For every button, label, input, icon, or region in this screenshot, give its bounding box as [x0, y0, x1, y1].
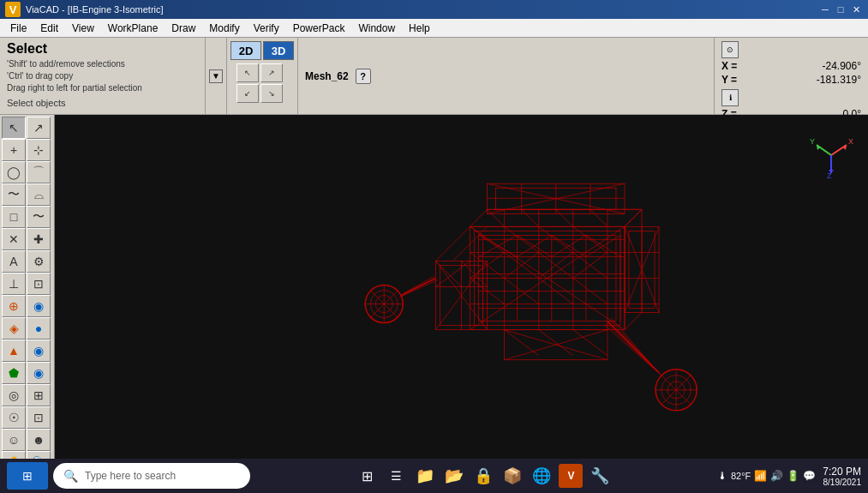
menu-edit[interactable]: Edit [33, 21, 65, 36]
taskbar-icon-edge[interactable]: 🌐 [530, 464, 554, 488]
axis-indicator: X Y Z [808, 132, 851, 175]
tool-sphere[interactable]: ● [27, 317, 51, 340]
app-logo: V [5, 2, 21, 17]
taskbar-clock[interactable]: 7:20 PM 8/19/2021 [823, 466, 861, 487]
search-bar[interactable]: 🔍 Type here to search [53, 463, 250, 489]
mode-2d-button[interactable]: 2D [230, 41, 261, 60]
taskbar-icon-app[interactable]: 🔧 [588, 464, 612, 488]
tool-polyline[interactable]: 〜 [27, 206, 51, 228]
tool-curve[interactable]: 〜 [2, 183, 26, 206]
tool-3dobj[interactable]: ◉ [27, 340, 51, 362]
svg-line-112 [831, 145, 847, 155]
tool-render[interactable]: ☻ [27, 429, 51, 451]
tool-arc[interactable]: ⌒ [27, 161, 51, 183]
taskbar-icon-taskview[interactable]: ☰ [384, 464, 408, 488]
menu-bar: File Edit View WorkPlane Draw Modify Ver… [0, 19, 868, 38]
restore-button[interactable]: □ [834, 3, 847, 16]
tool-perp[interactable]: ⊥ [2, 273, 26, 295]
coord-settings-icon[interactable]: ⊙ [721, 41, 739, 58]
taskbar-icon-windows[interactable]: ⊞ [355, 464, 379, 488]
instruction-line1: 'Shift' to add/remove selections [7, 58, 198, 70]
filter-area: ▼ [206, 38, 227, 114]
taskbar: ⊞ 🔍 Type here to search ⊞ ☰ 📁 📂 🔒 📦 🌐 V … [0, 459, 868, 493]
mode-3d-button[interactable]: 3D [263, 41, 294, 60]
instruction-line2: 'Ctrl' to drag copy [7, 70, 198, 82]
tool-hex[interactable]: ⬟ [2, 362, 26, 384]
minimize-button[interactable]: ─ [818, 3, 832, 16]
taskbar-icon-explorer[interactable]: 📁 [413, 464, 437, 488]
svg-text:X: X [848, 137, 853, 146]
tool-array[interactable]: ⊞ [27, 384, 51, 406]
taskbar-icon-folder2[interactable]: 📂 [442, 464, 466, 488]
tool-dimension[interactable]: ⚙ [27, 250, 51, 273]
svg-text:Z: Z [827, 171, 832, 179]
menu-file[interactable]: File [3, 21, 33, 36]
menu-help[interactable]: Help [402, 21, 437, 36]
tool-point[interactable]: + [2, 139, 26, 161]
menu-workplane[interactable]: WorkPlane [101, 21, 165, 36]
svg-line-36 [522, 209, 539, 226]
filter-icon[interactable]: ▼ [209, 69, 223, 83]
close-button[interactable]: ✕ [849, 3, 863, 16]
coord-y-label: Y = [721, 74, 737, 86]
coord-info-icon[interactable]: ℹ [721, 89, 739, 106]
search-placeholder: Type here to search [85, 470, 176, 482]
main-content: ↖ ↗ + ⊹ ◯ ⌒ 〜 ⌓ □ 〜 ✕ ✚ [0, 115, 868, 459]
left-toolbar: ↖ ↗ + ⊹ ◯ ⌒ 〜 ⌓ □ 〜 ✕ ✚ [0, 115, 55, 459]
start-button[interactable]: ⊞ [7, 462, 48, 490]
tool-select-arrow[interactable]: ↖ [2, 117, 26, 139]
tool-circle2[interactable]: ◎ [2, 384, 26, 406]
tool-rect[interactable]: □ [2, 206, 26, 228]
tool-measure[interactable]: ☉ [2, 406, 26, 429]
svg-line-115 [817, 145, 831, 155]
search-icon: 🔍 [63, 469, 78, 483]
tool-text[interactable]: A [2, 250, 26, 273]
tool-info[interactable]: ⊡ [27, 406, 51, 429]
menu-verify[interactable]: Verify [247, 21, 286, 36]
weather-temp: 82°F [731, 471, 751, 481]
mini-tool-4[interactable]: ↘ [260, 84, 283, 103]
svg-line-49 [403, 276, 434, 293]
svg-text:Y: Y [810, 137, 815, 146]
mini-tool-1[interactable]: ↖ [236, 63, 259, 82]
taskbar-icon-office[interactable]: 📦 [500, 464, 524, 488]
tool-zoom[interactable]: 🔍 [27, 451, 51, 459]
tool-arrow[interactable]: ▲ [2, 340, 26, 362]
wifi-icon: 📶 [754, 470, 767, 482]
tool-hex-alt[interactable]: ◉ [27, 362, 51, 384]
taskbar-icon-lock[interactable]: 🔒 [471, 464, 495, 488]
tool-curve-alt[interactable]: ⌓ [27, 183, 51, 206]
tool-pan[interactable]: ✋ [2, 451, 26, 459]
menu-modify[interactable]: Modify [202, 21, 246, 36]
tool-circle[interactable]: ◯ [2, 161, 26, 183]
tool-revolve[interactable]: ◉ [27, 295, 51, 317]
app-window: V ViaCAD - [IB-Engine 3-Isometric] ─ □ ✕… [0, 0, 868, 493]
battery-icon: 🔋 [787, 470, 799, 482]
tool-point-alt[interactable]: ⊹ [27, 139, 51, 161]
taskbar-icon-viacad[interactable]: V [559, 464, 583, 488]
coordinates-panel: ⊙ X = -24.906° Y = -181.319° ℹ Z = 0.0° [714, 38, 868, 114]
clock-time: 7:20 PM [823, 466, 861, 478]
tool-cross[interactable]: ✕ [2, 228, 26, 250]
svg-marker-4 [625, 209, 642, 329]
tool-cross-alt[interactable]: ✚ [27, 228, 51, 250]
tool-select-alt[interactable]: ↗ [27, 117, 51, 139]
viewport[interactable]: X Y Z [55, 115, 868, 459]
svg-line-45 [435, 261, 461, 286]
menu-window[interactable]: Window [351, 21, 402, 36]
menu-powerpack[interactable]: PowerPack [286, 21, 352, 36]
menu-draw[interactable]: Draw [165, 21, 202, 36]
tool-solid[interactable]: ◈ [2, 317, 26, 340]
title-bar: V ViaCAD - [IB-Engine 3-Isometric] ─ □ ✕ [0, 0, 868, 19]
tool-face[interactable]: ☺ [2, 429, 26, 451]
menu-view[interactable]: View [65, 21, 101, 36]
instruction-line3: Drag right to left for partial selection [7, 82, 198, 94]
mesh-name-label: Mesh_62 [305, 70, 349, 82]
mini-tool-2[interactable]: ↗ [260, 63, 283, 82]
tool-grid[interactable]: ⊡ [27, 273, 51, 295]
notification-icon[interactable]: 💬 [803, 470, 816, 482]
mesh-name-area: Mesh_62 ? [298, 38, 714, 114]
help-button[interactable]: ? [356, 69, 371, 84]
tool-extrude[interactable]: ⊕ [2, 295, 26, 317]
mini-tool-3[interactable]: ↙ [236, 84, 259, 103]
